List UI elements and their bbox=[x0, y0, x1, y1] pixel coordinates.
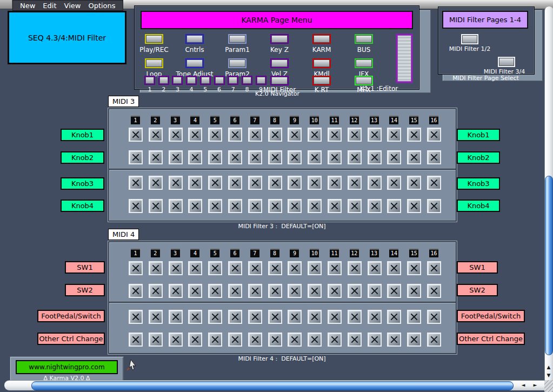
filter-checkbox[interactable] bbox=[407, 333, 421, 347]
filter-checkbox[interactable] bbox=[149, 261, 163, 275]
nav-button-1[interactable] bbox=[144, 76, 155, 85]
filter-checkbox[interactable] bbox=[288, 261, 302, 275]
filter-checkbox[interactable] bbox=[228, 284, 242, 298]
nav-button-ifx[interactable] bbox=[355, 58, 373, 68]
filter-checkbox[interactable] bbox=[407, 284, 421, 298]
scroll-left-icon[interactable]: ◄ bbox=[519, 381, 528, 389]
filter-checkbox[interactable] bbox=[228, 333, 242, 347]
filter-checkbox[interactable] bbox=[368, 128, 382, 142]
filter-checkbox[interactable] bbox=[188, 150, 202, 164]
filter-checkbox[interactable] bbox=[228, 128, 242, 142]
filter-checkbox[interactable] bbox=[129, 128, 143, 142]
filter-checkbox[interactable] bbox=[387, 284, 401, 298]
filter-checkbox[interactable] bbox=[169, 128, 183, 142]
filter-checkbox[interactable] bbox=[308, 128, 322, 142]
filter-checkbox[interactable] bbox=[228, 261, 242, 275]
filter-checkbox[interactable] bbox=[288, 150, 302, 164]
filter-checkbox[interactable] bbox=[288, 333, 302, 347]
filter-checkbox[interactable] bbox=[188, 284, 202, 298]
filter-checkbox[interactable] bbox=[348, 284, 362, 298]
filter-checkbox[interactable] bbox=[368, 333, 382, 347]
filter-checkbox[interactable] bbox=[268, 333, 282, 347]
filter-checkbox[interactable] bbox=[188, 128, 202, 142]
filter-checkbox[interactable] bbox=[228, 199, 242, 213]
filter-checkbox[interactable] bbox=[129, 310, 143, 324]
filter-checkbox[interactable] bbox=[169, 176, 183, 190]
filter-checkbox[interactable] bbox=[149, 333, 163, 347]
filter-checkbox[interactable] bbox=[149, 150, 163, 164]
nav-button-k-rt[interactable] bbox=[312, 76, 331, 85]
scroll-down-icon[interactable]: ▼ bbox=[544, 371, 553, 380]
vertical-scrollbar-thumb[interactable] bbox=[545, 176, 553, 355]
filter-checkbox[interactable] bbox=[268, 310, 282, 324]
filter-checkbox[interactable] bbox=[268, 176, 282, 190]
filter-checkbox[interactable] bbox=[348, 310, 362, 324]
filter-checkbox[interactable] bbox=[169, 150, 183, 164]
filter-checkbox[interactable] bbox=[427, 284, 441, 298]
filter-checkbox[interactable] bbox=[368, 261, 382, 275]
filter-checkbox[interactable] bbox=[268, 284, 282, 298]
nav-button-5[interactable] bbox=[200, 76, 211, 85]
filter-checkbox[interactable] bbox=[407, 176, 421, 190]
filter-checkbox[interactable] bbox=[407, 150, 421, 164]
nav-button-tone-adjust[interactable] bbox=[185, 58, 204, 68]
nav-button-7[interactable] bbox=[228, 76, 238, 85]
filter-checkbox[interactable] bbox=[169, 199, 183, 213]
horizontal-scrollbar[interactable]: ◄ ► bbox=[4, 380, 544, 390]
filter-checkbox[interactable] bbox=[129, 284, 143, 298]
horizontal-scrollbar-thumb[interactable] bbox=[31, 381, 514, 390]
filter-checkbox[interactable] bbox=[368, 150, 382, 164]
nav-button-vel-z[interactable] bbox=[270, 58, 289, 68]
filter-checkbox[interactable] bbox=[208, 176, 222, 190]
filter-checkbox[interactable] bbox=[308, 333, 322, 347]
filter-checkbox[interactable] bbox=[188, 176, 202, 190]
filter-checkbox[interactable] bbox=[427, 310, 441, 324]
filter-checkbox[interactable] bbox=[288, 310, 302, 324]
nav-button-karm[interactable] bbox=[312, 34, 331, 44]
filter-checkbox[interactable] bbox=[248, 176, 262, 190]
filter-checkbox[interactable] bbox=[228, 176, 242, 190]
filter-checkbox[interactable] bbox=[308, 284, 322, 298]
filter-checkbox[interactable] bbox=[248, 333, 262, 347]
filter-checkbox[interactable] bbox=[169, 310, 183, 324]
filter-checkbox[interactable] bbox=[149, 128, 163, 142]
menu-options[interactable]: Options bbox=[84, 2, 119, 10]
midi-filter-1-2-button[interactable] bbox=[461, 34, 478, 44]
filter-checkbox[interactable] bbox=[129, 199, 143, 213]
filter-checkbox[interactable] bbox=[129, 176, 143, 190]
nav-button-9[interactable] bbox=[256, 76, 266, 85]
filter-checkbox[interactable] bbox=[268, 128, 282, 142]
filter-checkbox[interactable] bbox=[129, 261, 143, 275]
filter-checkbox[interactable] bbox=[208, 284, 222, 298]
filter-checkbox[interactable] bbox=[368, 284, 382, 298]
filter-checkbox[interactable] bbox=[129, 150, 143, 164]
nav-button-param1[interactable] bbox=[228, 34, 246, 44]
filter-checkbox[interactable] bbox=[208, 128, 222, 142]
filter-checkbox[interactable] bbox=[328, 150, 342, 164]
filter-checkbox[interactable] bbox=[188, 261, 202, 275]
filter-checkbox[interactable] bbox=[129, 333, 143, 347]
nav-button-bus[interactable] bbox=[355, 34, 373, 44]
filter-checkbox[interactable] bbox=[308, 261, 322, 275]
nav-button-8[interactable] bbox=[242, 76, 252, 85]
filter-checkbox[interactable] bbox=[308, 176, 322, 190]
filter-checkbox[interactable] bbox=[268, 150, 282, 164]
nav-button-loop[interactable] bbox=[145, 58, 163, 68]
filter-checkbox[interactable] bbox=[387, 199, 401, 213]
website-link[interactable]: www.nightwingpro.com bbox=[16, 360, 118, 374]
filter-checkbox[interactable] bbox=[308, 310, 322, 324]
filter-checkbox[interactable] bbox=[348, 199, 362, 213]
filter-checkbox[interactable] bbox=[427, 261, 441, 275]
filter-checkbox[interactable] bbox=[228, 310, 242, 324]
filter-checkbox[interactable] bbox=[288, 176, 302, 190]
filter-checkbox[interactable] bbox=[387, 150, 401, 164]
filter-checkbox[interactable] bbox=[248, 261, 262, 275]
filter-checkbox[interactable] bbox=[268, 199, 282, 213]
filter-checkbox[interactable] bbox=[188, 199, 202, 213]
midi-filter-3-4-button[interactable] bbox=[498, 57, 515, 67]
filter-checkbox[interactable] bbox=[149, 176, 163, 190]
filter-checkbox[interactable] bbox=[348, 150, 362, 164]
nav-button-4[interactable] bbox=[186, 76, 197, 85]
nav-button-kmdl[interactable] bbox=[312, 58, 331, 68]
filter-checkbox[interactable] bbox=[288, 284, 302, 298]
